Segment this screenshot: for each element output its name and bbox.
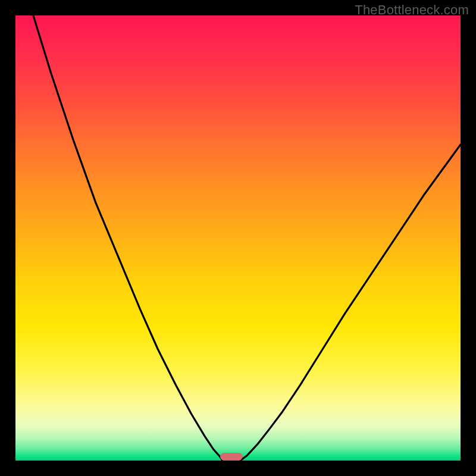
curve-left-curve <box>33 15 223 461</box>
plot-area <box>15 15 461 461</box>
optimal-marker <box>220 453 242 461</box>
watermark-text: TheBottleneck.com <box>355 2 469 18</box>
curve-right-curve <box>240 145 461 461</box>
chart-frame: TheBottleneck.com <box>0 0 476 476</box>
curves-layer <box>15 15 461 461</box>
